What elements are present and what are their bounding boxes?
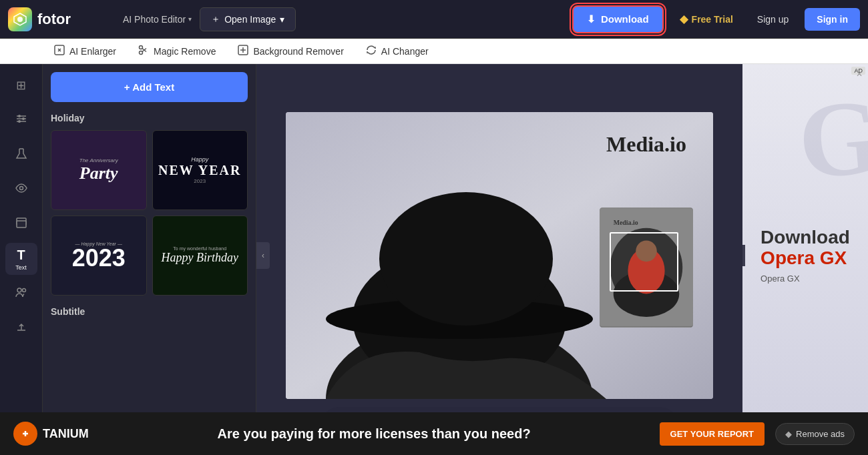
download-icon: ⬇ bbox=[587, 13, 596, 25]
sidebar-item-text[interactable]: T Text bbox=[5, 243, 37, 275]
sidebar-item-upload[interactable] bbox=[5, 312, 37, 344]
tab-ai-changer-label: AI Changer bbox=[381, 46, 429, 57]
subtitle-section-title: Subtitle bbox=[51, 306, 248, 317]
app-name-label: AI Photo Editor bbox=[123, 14, 186, 25]
sidebar-item-beauty[interactable] bbox=[5, 173, 37, 205]
get-report-button[interactable]: GET YOUR REPORT bbox=[660, 422, 765, 446]
text-icon: T bbox=[17, 248, 25, 263]
tab-ai-changer[interactable]: AI Changer bbox=[355, 39, 439, 63]
flask-icon bbox=[15, 147, 28, 163]
tab-background-remover-label: Background Remover bbox=[253, 46, 343, 57]
svg-rect-11 bbox=[17, 221, 26, 228]
template-card-party[interactable]: The Anniversary Party bbox=[51, 130, 147, 210]
open-image-label: Open Image bbox=[224, 14, 276, 25]
left-panel: + Add Text Holiday The Anniversary Party… bbox=[43, 64, 256, 447]
ad-collapse-button[interactable]: ‹ bbox=[742, 245, 745, 266]
template-card-newyear[interactable]: Happy NEW YEAR 2023 bbox=[152, 130, 248, 210]
toolbar-tabs: AI Enlarger Magic Remove Background Remo… bbox=[0, 39, 868, 64]
sidebar-item-layers[interactable] bbox=[5, 208, 37, 240]
layers-icon bbox=[15, 216, 28, 232]
tanium-name: TANIUM bbox=[43, 427, 89, 441]
add-text-label: + Add Text bbox=[124, 81, 174, 93]
tanium-logo: TANIUM bbox=[13, 422, 89, 446]
thumbnail-content: Media.io bbox=[600, 208, 692, 327]
download-button[interactable]: ⬇ Download bbox=[572, 5, 664, 33]
template-grid-holiday: The Anniversary Party Happy NEW YEAR 202… bbox=[51, 130, 248, 296]
tab-magic-remove[interactable]: Magic Remove bbox=[127, 39, 226, 63]
tab-ai-enlarger[interactable]: AI Enlarger bbox=[43, 39, 127, 63]
fotor-logo-text: fotor bbox=[37, 11, 71, 28]
ad-opera-text: Opera GX bbox=[761, 248, 850, 269]
newyear-card-content: Happy NEW YEAR 2023 bbox=[158, 156, 241, 184]
fotor-logo-icon[interactable] bbox=[8, 7, 32, 31]
svg-text:Media.io: Media.io bbox=[614, 219, 638, 226]
upload-icon bbox=[15, 320, 28, 336]
bg-remove-icon bbox=[237, 44, 249, 58]
signup-label: Sign up bbox=[757, 14, 789, 25]
main-layout: ⊞ T Text bbox=[0, 64, 868, 447]
thumbnail-overlay: Media.io bbox=[600, 207, 693, 328]
svg-point-7 bbox=[22, 117, 25, 120]
sidebar-item-people[interactable] bbox=[5, 278, 37, 310]
bottom-ad-banner: TANIUM Are you paying for more licenses … bbox=[0, 412, 868, 455]
ad-panel: AD ✕ G Download Opera GX Opera GX ‹ bbox=[742, 64, 868, 447]
sidebar-item-grid[interactable]: ⊞ bbox=[5, 69, 37, 101]
ad-download-text: Download bbox=[761, 228, 850, 248]
collapse-panel-button[interactable]: ‹ bbox=[256, 242, 270, 269]
dropdown-icon: ▾ bbox=[280, 14, 284, 25]
diamond-remove-icon: ◆ bbox=[785, 429, 792, 439]
free-trial-label: Free Trial bbox=[692, 14, 733, 25]
logo-area: fotor bbox=[8, 7, 115, 31]
svg-point-9 bbox=[19, 187, 23, 190]
template-card-2023[interactable]: — Happy New Year — 2023 bbox=[51, 215, 147, 296]
scissors-icon bbox=[138, 44, 150, 58]
free-trial-button[interactable]: ◆ Free Trial bbox=[672, 7, 741, 31]
tab-magic-remove-label: Magic Remove bbox=[154, 46, 216, 57]
people-icon bbox=[15, 286, 28, 302]
sidebar-item-effects[interactable] bbox=[5, 139, 37, 171]
enlarger-icon bbox=[53, 44, 65, 58]
ad-content: G Download Opera GX Opera GX bbox=[742, 64, 868, 447]
svg-point-4 bbox=[140, 51, 143, 55]
party-card-content: The Anniversary Party bbox=[79, 157, 118, 183]
ad-brand-text: Opera GX bbox=[761, 274, 850, 284]
sidebar-item-adjustments[interactable] bbox=[5, 104, 37, 136]
signup-button[interactable]: Sign up bbox=[749, 9, 797, 30]
diamond-icon: ◆ bbox=[680, 13, 688, 25]
svg-point-6 bbox=[18, 115, 21, 117]
download-label: Download bbox=[601, 13, 649, 25]
eye-icon bbox=[15, 181, 28, 197]
sidebar-icons: ⊞ T Text bbox=[0, 64, 43, 447]
ad-close-button[interactable]: ✕ bbox=[856, 69, 863, 79]
tanium-icon bbox=[13, 422, 37, 446]
sliders-icon bbox=[15, 112, 28, 128]
grid-icon: ⊞ bbox=[16, 78, 26, 93]
template-card-birthday[interactable]: To my wonderful husband Happy Birthday bbox=[152, 215, 248, 296]
ai-changer-icon bbox=[365, 44, 377, 58]
header: fotor AI Photo Editor ▾ ＋ Open Image ▾ ⬇… bbox=[0, 0, 868, 39]
app-name-selector[interactable]: AI Photo Editor ▾ bbox=[123, 14, 192, 25]
get-report-label: GET YOUR REPORT bbox=[670, 429, 754, 439]
open-image-button[interactable]: ＋ Open Image ▾ bbox=[200, 7, 296, 31]
svg-point-3 bbox=[140, 46, 143, 49]
svg-point-19 bbox=[379, 192, 553, 326]
plus-icon: ＋ bbox=[211, 13, 220, 25]
ad-message-text: Are you paying for more licenses than yo… bbox=[99, 426, 649, 442]
chevron-down-icon: ▾ bbox=[188, 15, 192, 23]
sidebar-text-label: Text bbox=[15, 264, 27, 271]
selection-box bbox=[610, 232, 679, 292]
canvas-area: ‹ bbox=[256, 64, 742, 447]
tab-background-remover[interactable]: Background Remover bbox=[226, 39, 354, 63]
signin-label: Sign in bbox=[817, 14, 848, 25]
svg-point-13 bbox=[22, 289, 25, 292]
remove-ads-label: Remove ads bbox=[796, 429, 845, 439]
ad-background-letter: G bbox=[793, 74, 868, 204]
holiday-section-title: Holiday bbox=[51, 113, 248, 123]
canvas-wrapper[interactable]: Media.io Media.io bbox=[286, 112, 713, 399]
ad-opera-gx-text: Opera GX bbox=[761, 248, 847, 268]
remove-ads-button[interactable]: ◆ Remove ads bbox=[775, 423, 855, 445]
svg-point-1 bbox=[17, 17, 23, 22]
tab-ai-enlarger-label: AI Enlarger bbox=[69, 46, 116, 57]
signin-button[interactable]: Sign in bbox=[805, 8, 860, 31]
add-text-button[interactable]: + Add Text bbox=[51, 72, 248, 102]
